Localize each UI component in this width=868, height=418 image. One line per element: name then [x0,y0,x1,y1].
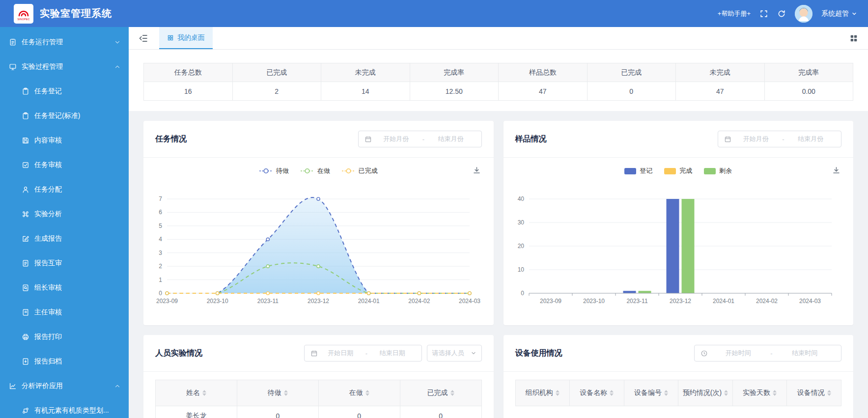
personnel-date-range-picker[interactable]: 开始日期 - 结束日期 [304,345,422,362]
sort-caret-icon[interactable] [284,390,288,396]
svg-text:30: 30 [517,219,524,226]
column-header[interactable]: 设备编号 [624,380,678,406]
column-header[interactable]: 设备情况 [787,380,841,406]
legend-swatch [624,168,636,174]
sidebar-menu: 任务运行管理实验过程管理任务登记任务登记(标准)内容审核任务审核任务分配实验分析… [0,30,129,418]
personnel-table: 姓名待做在做已完成 姜长龙000 [155,380,482,418]
sidebar-item[interactable]: 报告归档 [0,349,129,374]
refresh-icon[interactable] [777,9,786,18]
sidebar-item[interactable]: 组长审核 [0,276,129,300]
personnel-table-body: 姜长龙000 [156,406,482,418]
svg-text:2023-10: 2023-10 [207,298,228,305]
column-header[interactable]: 实验天数 [732,380,787,406]
column-header[interactable]: 组织机构 [515,380,570,406]
sidebar-item[interactable]: 任务审核 [0,153,129,177]
personnel-select-placeholder: 请选择人员 [432,349,464,358]
sidebar-item[interactable]: 分析评价应用 [0,374,129,398]
end-month-placeholder: 结束月份 [786,135,835,143]
legend-item[interactable]: 在做 [301,167,330,175]
sort-caret-icon[interactable] [724,390,728,396]
sidebar-item[interactable]: 实验分析 [0,202,129,226]
sidebar-item[interactable]: 生成报告 [0,226,129,251]
legend-item[interactable]: 完成 [664,167,692,175]
range-separator: - [420,136,426,143]
sidebar-item-label: 报告归档 [34,357,62,366]
sidebar-item[interactable]: 内容审核 [0,128,129,153]
doc-list-icon [22,308,29,316]
task-month-range-picker[interactable]: 开始月份 - 结束月份 [358,131,482,147]
tables-row: 人员实验情况 开始日期 - 结束日期 请选择人员 [143,335,853,418]
sample-panel: 样品情况 开始月份 - 结束月份 [504,121,854,325]
task-panel-title: 任务情况 [155,134,187,144]
task-line-chart: 012345672023-092023-102023-112023-122024… [143,182,493,306]
sidebar-item[interactable]: 任务运行管理 [0,30,129,55]
legend-item[interactable]: 待做 [259,167,289,175]
svg-text:4: 4 [159,236,163,243]
sort-caret-icon[interactable] [365,390,369,396]
start-date-placeholder: 开始日期 [318,349,364,358]
range-separator: - [780,136,786,143]
stats-header-cell: 已完成 [232,63,321,82]
sidebar-item[interactable]: 任务登记 [0,79,129,104]
sidebar-item-label: 实验过程管理 [22,62,63,71]
column-header[interactable]: 已完成 [400,380,481,406]
stats-header-cell: 完成率 [764,63,853,82]
layout-grid-icon[interactable] [849,34,858,43]
sidebar-item[interactable]: 报告打印 [0,325,129,349]
personnel-select[interactable]: 请选择人员 [427,345,482,362]
sidebar-item[interactable]: 主任审核 [0,300,129,325]
stats-header-cell: 未完成 [676,63,765,82]
end-month-placeholder: 结束月份 [426,135,475,143]
equipment-panel-title: 设备使用情况 [515,348,562,359]
sidebar-item[interactable]: 实验过程管理 [0,55,129,79]
app-logo: SINOPEC [14,4,33,24]
sort-caret-icon[interactable] [773,390,777,396]
help-manual-link[interactable]: +帮助手册+ [718,9,751,18]
svg-text:2023-12: 2023-12 [670,298,691,305]
fullscreen-icon[interactable] [759,9,768,18]
column-header[interactable]: 在做 [318,380,400,406]
avatar[interactable] [795,5,812,23]
svg-text:2023-11: 2023-11 [257,298,279,305]
sort-caret-icon[interactable] [556,390,560,396]
sort-caret-icon[interactable] [610,390,614,396]
column-header[interactable]: 预约情况(次) [678,380,733,406]
sort-caret-icon[interactable] [827,390,831,396]
stats-value-cell: 0 [587,82,676,101]
sample-panel-header: 样品情况 开始月份 - 结束月份 [504,121,854,158]
column-header[interactable]: 设备名称 [570,380,624,406]
sample-month-range-picker[interactable]: 开始月份 - 结束月份 [718,131,841,147]
save-icon [22,137,29,144]
sort-caret-icon[interactable] [202,390,206,396]
check-square-icon [22,161,29,169]
svg-text:2024-02: 2024-02 [756,298,778,305]
svg-text:3: 3 [159,250,163,256]
avatar-face-icon [795,5,812,23]
charts-row: 任务情况 开始月份 - 结束月份 [143,121,853,325]
sidebar-item[interactable]: 任务登记(标准) [0,104,129,128]
download-icon[interactable] [832,166,840,174]
app-title: 实验室管理系统 [40,7,112,20]
sort-caret-icon[interactable] [450,390,454,396]
download-icon[interactable] [473,166,481,174]
svg-text:2023-12: 2023-12 [308,298,329,305]
sidebar-item[interactable]: 任务分配 [0,177,129,202]
sidebar-item[interactable]: 报告互审 [0,251,129,276]
legend-label: 已完成 [359,167,378,175]
sidebar-fold-icon[interactable] [139,33,148,43]
equipment-time-range-picker[interactable]: 开始时间 - 结束时间 [694,345,841,362]
table-row[interactable]: 姜长龙000 [156,406,482,418]
stats-header-cell: 未完成 [321,63,410,82]
user-menu[interactable]: 系统超管 [821,9,857,18]
sidebar-item[interactable]: 有机元素有机质类型划... [0,398,129,418]
tab-my-desktop[interactable]: 我的桌面 [159,27,213,49]
legend-item[interactable]: 剩余 [704,167,732,175]
legend-item[interactable]: 已完成 [342,167,378,175]
column-header[interactable]: 待做 [237,380,318,406]
sample-bar-chart: 0102030402023-092023-102023-112023-12202… [504,182,853,306]
stats-header-cell: 已完成 [587,63,676,82]
legend-item[interactable]: 登记 [624,167,652,175]
svg-text:2023-09: 2023-09 [156,298,178,305]
column-header[interactable]: 姓名 [156,380,237,406]
sort-caret-icon[interactable] [664,390,668,396]
